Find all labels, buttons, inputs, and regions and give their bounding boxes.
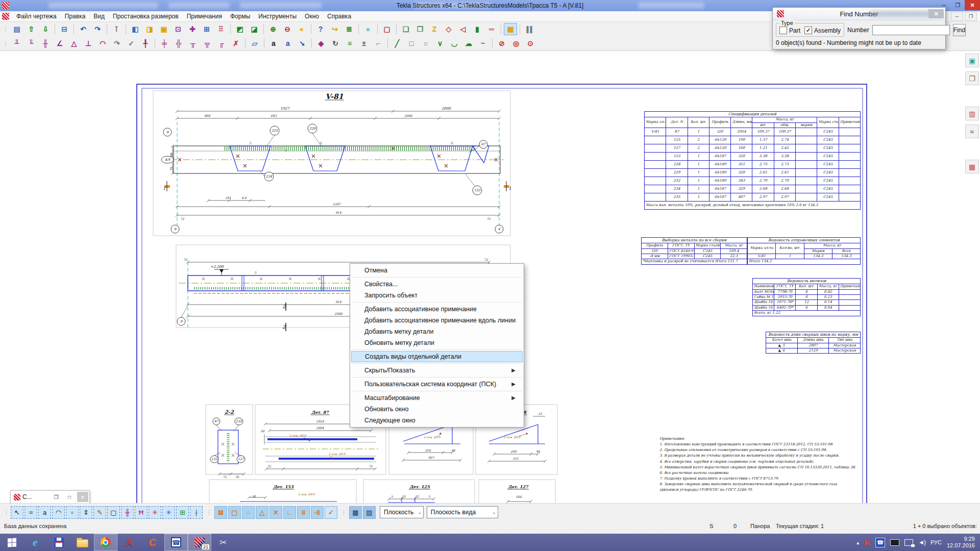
kaspersky-icon[interactable]: K [864, 538, 870, 547]
view-blue-icon[interactable]: ◧ [129, 23, 142, 35]
edge-symbol-icon[interactable]: ⊙ [524, 37, 537, 49]
select-line-icon[interactable]: ≈ [24, 506, 37, 519]
taskbar-corel-button[interactable]: C [141, 534, 164, 551]
text-arrow-icon[interactable]: ➘ [296, 37, 309, 49]
dim-check-icon[interactable]: ✓ [125, 37, 138, 49]
toolbar-drag-handle[interactable]: ⋮ [3, 40, 8, 47]
taskbar-autocad-button[interactable]: A [117, 534, 141, 551]
align-vertical-icon[interactable]: ▮ [471, 23, 484, 35]
context-menu-item[interactable]: Масштабирование▶ [350, 392, 524, 404]
snap-lines-icon[interactable]: ✳ [149, 506, 161, 519]
menu-view[interactable]: Вид [89, 11, 109, 21]
dim-arc-icon[interactable]: ◠ [96, 37, 109, 49]
draw-polyline-icon[interactable]: ∨ [433, 37, 447, 49]
redo-icon[interactable]: ↷ [91, 23, 104, 35]
dim-curved-icon[interactable]: ↷ [110, 37, 124, 49]
mini-maximize-button[interactable]: □ [64, 492, 75, 502]
toolbar-drag-handle[interactable]: ⋮ [3, 26, 8, 32]
side-clipboard-icon[interactable]: ❒ [965, 71, 979, 85]
draw-rect-icon[interactable]: □ [405, 37, 418, 49]
diamond-icon[interactable]: ◇ [442, 23, 455, 35]
menu-dimensioning[interactable]: Простановка размеров [109, 11, 183, 21]
pan-icon[interactable]: ✚ [186, 23, 199, 35]
number-input[interactable] [872, 25, 950, 35]
list-add-icon[interactable]: ≡ [343, 37, 356, 49]
maximize-button[interactable]: ❐ [951, 0, 965, 10]
find-button[interactable]: Find [953, 24, 966, 36]
snap-box-icon[interactable]: ⊠ [214, 506, 227, 519]
draw-circle-icon[interactable]: ○ [419, 37, 432, 49]
context-menu-item[interactable]: Следующее окно [350, 415, 524, 426]
menu-edit[interactable]: Правка [61, 11, 90, 21]
context-menu-item[interactable]: Добавить метку детали [350, 326, 524, 337]
taskbar-explorer-button[interactable] [70, 534, 94, 551]
snap-circle-icon[interactable]: ○ [242, 506, 255, 519]
view-plane-select[interactable]: Плоскость вида ⌄ [427, 506, 498, 518]
side-chart-icon[interactable]: ▥ [965, 107, 979, 120]
angle-mark-icon[interactable]: ⌐ [372, 37, 385, 49]
context-menu-item[interactable]: Создать виды отдельной детали [351, 351, 523, 362]
context-menu-item[interactable]: Добавить ассоциативное примечание вдоль … [350, 315, 524, 326]
select-rect-icon[interactable]: ▫ [66, 506, 79, 519]
mini-close-button[interactable]: ✕ [77, 492, 88, 502]
close-button[interactable]: ✕ [965, 0, 980, 10]
zoom-out-icon[interactable]: ⊖ [281, 23, 294, 35]
menu-help[interactable]: Справка [323, 11, 355, 21]
symbol-diamond-icon[interactable]: ◈ [314, 37, 328, 49]
menu-file[interactable]: Файл чертежа [12, 11, 61, 21]
dim-elevation-icon[interactable]: ╦ [201, 37, 214, 49]
select-updown-icon[interactable]: ⇕ [80, 506, 92, 519]
select-text-icon[interactable]: a [38, 506, 51, 519]
fetch-icon[interactable]: ↪ [328, 23, 341, 35]
side-model-icon[interactable]: ▣ [965, 54, 979, 67]
align-compare-icon[interactable]: ═ [485, 23, 498, 35]
select-pen-icon[interactable]: ✎ [93, 506, 106, 519]
taskbar-phone-button[interactable]: ☎ [164, 534, 188, 551]
dim-xx-icon[interactable]: ╬ [172, 37, 185, 49]
clamp-icon[interactable]: ⊺ [110, 23, 123, 35]
remove-view-icon[interactable]: ◪ [248, 23, 261, 35]
network-icon[interactable] [904, 539, 913, 546]
menu-shapes[interactable]: Формы [226, 11, 254, 21]
draw-line-icon[interactable]: ╱ [390, 37, 404, 49]
draw-cloud-icon[interactable]: ☁ [462, 37, 475, 49]
find-dialog-titlebar[interactable]: Find Number ✕ [773, 8, 945, 20]
snap-triangle-icon[interactable]: △ [256, 506, 268, 519]
dim-angle-icon[interactable]: ∠ [53, 37, 66, 49]
snap-square-icon[interactable]: ▢ [228, 506, 241, 519]
dim-add-icon[interactable]: ╀ [139, 37, 152, 49]
clock[interactable]: 9:29 12.07.2016 [947, 536, 975, 549]
taskbar-tekla-button[interactable]: 21 [188, 534, 211, 551]
assembly-checkbox[interactable]: ✓ [804, 27, 812, 34]
toolbar-drag-handle[interactable]: ⋮ [4, 509, 9, 516]
child-minimize-button[interactable]: ─ [951, 12, 963, 21]
comb-icon[interactable]: ∥∥ [523, 23, 536, 35]
fit-window-icon[interactable]: ⊡ [172, 23, 185, 35]
report-list-icon[interactable]: ≣ [342, 23, 356, 35]
context-menu-item[interactable]: Обновить окно [350, 404, 524, 415]
snap-plug-icon[interactable]: ∤ [190, 506, 203, 519]
context-menu-item[interactable]: Свойства... [350, 279, 524, 290]
group-icon[interactable]: ❑ [399, 23, 412, 35]
select-dim2-icon[interactable]: Ħ [135, 506, 148, 519]
context-menu-item[interactable]: Пользовательская система координат (ПСК)… [350, 379, 524, 390]
toolbar-drag-handle[interactable]: ⋮ [341, 509, 347, 516]
dim-parallel-icon[interactable]: ╫ [39, 37, 52, 49]
text-leader-icon[interactable]: a [281, 37, 295, 49]
add-view-icon[interactable]: ◩ [233, 23, 247, 35]
spline-icon[interactable]: ~ [476, 37, 489, 49]
view-plane-button-icon[interactable]: ▨ [363, 506, 376, 519]
snap-corner-icon[interactable]: ∟ [283, 506, 296, 519]
weld-symbol-icon[interactable]: ⊘ [495, 37, 508, 49]
context-menu-item[interactable]: Обновить метку детали [350, 337, 524, 348]
draw-arc-icon[interactable]: ◡ [448, 37, 461, 49]
side-grid-icon[interactable]: ▦ [965, 160, 979, 173]
select-smart-icon[interactable]: ↖ [11, 506, 23, 519]
mini-restore-button[interactable]: ❐ [51, 492, 62, 502]
select-arc-icon[interactable]: ◠ [52, 506, 65, 519]
menu-tools[interactable]: Инструменты [254, 11, 301, 21]
select-frame-icon[interactable]: ▢ [107, 506, 120, 519]
rotate-icon[interactable]: ↻ [329, 37, 342, 49]
display-icon[interactable] [890, 539, 899, 546]
snap-z-icon[interactable]: 8 [297, 506, 310, 519]
